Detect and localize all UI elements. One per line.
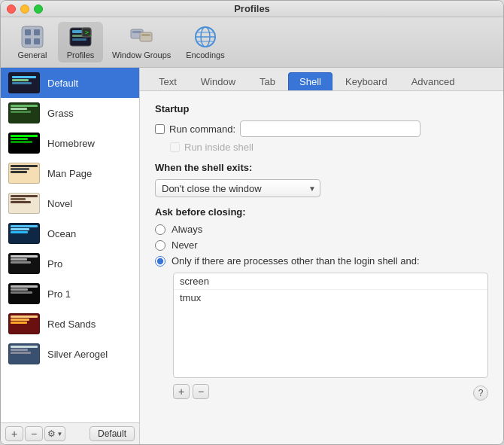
run-command-label[interactable]: Run command:: [155, 123, 235, 135]
sidebar-item-manpage[interactable]: Man Page: [1, 158, 139, 188]
add-profile-button[interactable]: +: [5, 426, 23, 441]
run-inside-shell-row: Run inside shell: [170, 142, 488, 153]
toolbar-item-general[interactable]: General: [10, 22, 55, 62]
sidebar-thumb-homebrew: [8, 133, 40, 154]
tab-advanced[interactable]: Advanced: [400, 72, 466, 90]
svg-rect-2: [34, 29, 40, 35]
maximize-button[interactable]: [34, 5, 43, 14]
sidebar-item-pro1[interactable]: Pro 1: [1, 279, 139, 309]
window-groups-icon: [129, 25, 153, 49]
profile-gear-button[interactable]: ⚙ ▼: [44, 426, 65, 441]
sidebar-list: Default Grass: [1, 68, 139, 422]
encodings-icon: [193, 25, 217, 49]
run-inside-shell-label: Run inside shell: [184, 142, 254, 153]
sidebar-thumb-manpage: [8, 163, 40, 184]
svg-text:>_: >_: [85, 29, 93, 36]
run-command-checkbox[interactable]: [155, 124, 165, 134]
sidebar-label-pro1: Pro 1: [47, 288, 71, 300]
run-command-input[interactable]: [240, 120, 421, 137]
sidebar-thumb-pro1: [8, 283, 40, 304]
process-list-container: screen tmux: [173, 273, 488, 378]
add-process-button[interactable]: +: [173, 384, 190, 399]
sidebar: Default Grass: [1, 68, 140, 444]
radio-only[interactable]: [155, 256, 165, 267]
sidebar-item-novel[interactable]: Novel: [1, 188, 139, 218]
tabs-bar: Text Window Tab Shell Keyboard Advanced: [140, 68, 503, 91]
tab-shell[interactable]: Shell: [288, 72, 332, 90]
sidebar-label-default: Default: [47, 78, 78, 89]
gear-icon: ⚙: [47, 428, 56, 439]
minimize-button[interactable]: [20, 5, 29, 14]
svg-rect-13: [140, 32, 152, 41]
process-list-controls: + − ?: [173, 383, 488, 401]
ask-closing-title: Ask before closing:: [155, 206, 488, 218]
profiles-icon: >_: [68, 25, 93, 49]
svg-rect-0: [22, 26, 43, 47]
svg-rect-8: [72, 38, 87, 41]
remove-profile-button[interactable]: −: [25, 426, 43, 441]
when-exits-title: When the shell exits:: [155, 162, 488, 173]
radio-always-text: Always: [172, 224, 202, 235]
sidebar-thumb-default: [8, 72, 40, 93]
sidebar-item-ocean[interactable]: Ocean: [1, 218, 139, 248]
svg-rect-4: [34, 38, 40, 44]
sidebar-thumb-grass: [8, 102, 40, 123]
help-button[interactable]: ?: [473, 386, 488, 401]
tab-window[interactable]: Window: [190, 72, 247, 90]
process-screen-label: screen: [180, 276, 209, 287]
sidebar-label-manpage: Man Page: [47, 168, 92, 179]
run-command-row: Run command:: [155, 120, 488, 137]
sidebar-item-pro[interactable]: Pro: [1, 248, 139, 279]
sidebar-label-homebrew: Homebrew: [47, 138, 95, 149]
ask-closing-section: Ask before closing: Always Never Only: [155, 206, 488, 267]
process-list-item-tmux[interactable]: tmux: [174, 290, 487, 306]
process-tmux-label: tmux: [180, 292, 201, 303]
sidebar-thumb-pro: [8, 253, 40, 274]
sidebar-label-ocean: Ocean: [47, 228, 76, 239]
traffic-lights: [7, 5, 43, 14]
general-icon: [20, 25, 44, 49]
window-title: Profiles: [234, 3, 270, 14]
process-list-item-screen[interactable]: screen: [174, 273, 487, 290]
sidebar-item-redsands[interactable]: Red Sands: [1, 309, 139, 339]
sidebar-thumb-silveraerogel: [8, 343, 40, 364]
toolbar-general-label: General: [17, 50, 47, 59]
radio-only-text: Only if there are processes other than t…: [172, 255, 420, 267]
sidebar-item-grass[interactable]: Grass: [1, 98, 139, 128]
toolbar-window-groups-label: Window Groups: [112, 50, 171, 59]
tab-text[interactable]: Text: [147, 72, 188, 90]
set-default-button[interactable]: Default: [90, 426, 135, 441]
startup-title: Startup: [155, 103, 488, 114]
sidebar-label-pro: Pro: [47, 258, 62, 270]
tab-tab[interactable]: Tab: [248, 72, 287, 90]
gear-arrow-icon: ▼: [57, 431, 63, 437]
when-exits-select[interactable]: Don't close the window Close the window …: [155, 179, 320, 197]
radio-never[interactable]: [155, 240, 165, 251]
main-window: Profiles General: [0, 0, 504, 445]
radio-only-label[interactable]: Only if there are processes other than t…: [155, 255, 488, 267]
sidebar-label-silveraerogel: Silver Aerogel: [47, 349, 108, 360]
sidebar-footer: + − ⚙ ▼ Default: [1, 422, 139, 444]
when-exits-select-container: Don't close the window Close the window …: [155, 179, 320, 197]
radio-always[interactable]: [155, 224, 165, 235]
sidebar-label-grass: Grass: [47, 108, 74, 119]
radio-never-text: Never: [172, 239, 198, 251]
radio-always-label[interactable]: Always: [155, 224, 488, 235]
toolbar-item-encodings[interactable]: Encodings: [180, 22, 230, 62]
radio-never-label[interactable]: Never: [155, 239, 488, 251]
sidebar-item-homebrew[interactable]: Homebrew: [1, 128, 139, 158]
toolbar-item-window-groups[interactable]: Window Groups: [106, 22, 177, 62]
remove-process-button[interactable]: −: [193, 384, 209, 399]
toolbar-item-profiles[interactable]: >_ Profiles: [58, 22, 103, 62]
tab-keyboard[interactable]: Keyboard: [334, 72, 399, 90]
sidebar-thumb-novel: [8, 193, 40, 214]
run-inside-shell-checkbox[interactable]: [170, 142, 180, 152]
svg-rect-3: [25, 38, 31, 44]
toolbar: General >_ Profiles: [1, 17, 503, 68]
sidebar-item-default[interactable]: Default: [1, 68, 139, 98]
close-button[interactable]: [7, 5, 16, 14]
sidebar-item-silveraerogel[interactable]: Silver Aerogel: [1, 339, 139, 369]
sidebar-thumb-ocean: [8, 223, 40, 244]
ask-closing-radio-group: Always Never Only if there are processes…: [155, 224, 488, 267]
titlebar: Profiles: [1, 1, 503, 17]
